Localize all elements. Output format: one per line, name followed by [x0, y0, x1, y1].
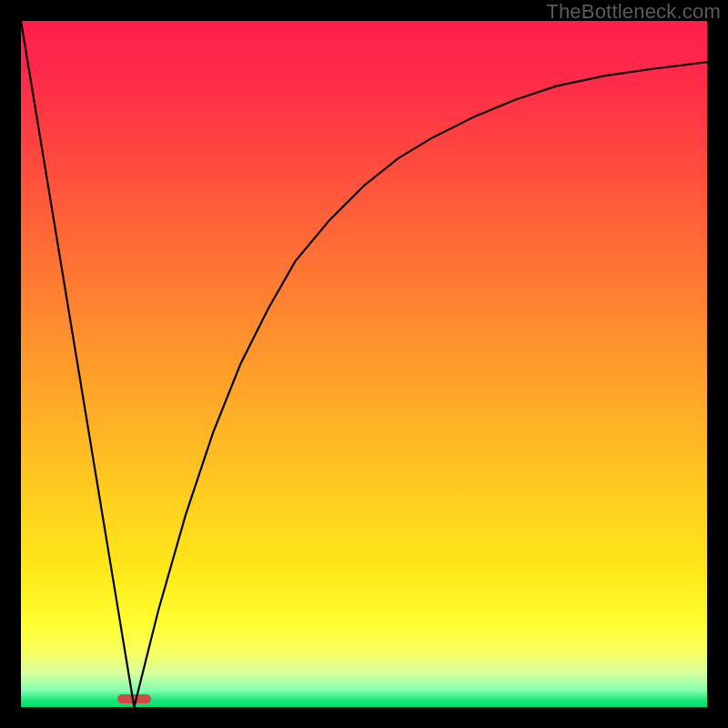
chart-curve [21, 21, 707, 707]
plot-area [21, 21, 707, 707]
bottom-marker-layer [21, 21, 707, 707]
bottom-marker [117, 694, 152, 703]
chart-frame: TheBottleneck.com [0, 0, 728, 728]
curve-layer [21, 21, 707, 707]
watermark-text: TheBottleneck.com [546, 0, 721, 24]
